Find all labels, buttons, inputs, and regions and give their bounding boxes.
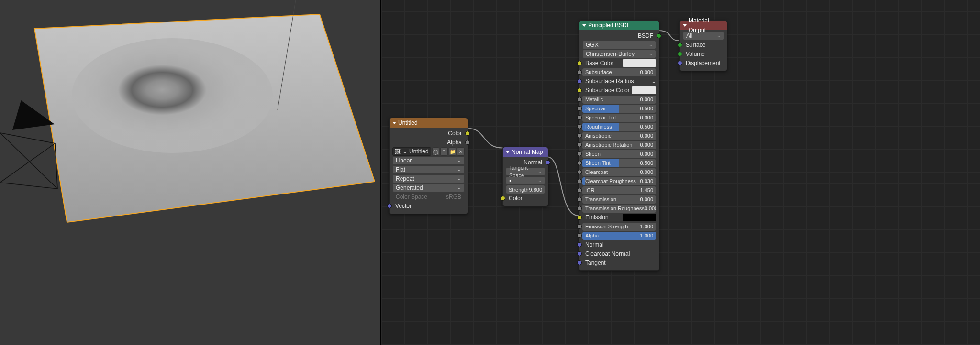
socket-volume[interactable]	[678, 52, 682, 56]
viewport-scene	[0, 0, 380, 345]
slider-alpha[interactable]: Alpha1.000	[582, 232, 656, 240]
open-image-button[interactable]: 📁	[449, 147, 457, 156]
slider-sheentint[interactable]: Sheen Tint0.500	[582, 159, 656, 167]
socket-emissionstr[interactable]	[577, 224, 582, 229]
target-dd[interactable]: All⌄	[683, 32, 724, 40]
chevron-down-icon: ⌄	[717, 32, 721, 40]
socket-roughness[interactable]	[577, 124, 582, 129]
socket-clearcoat[interactable]	[577, 170, 582, 174]
slider-sheen[interactable]: Sheen0.000	[582, 150, 656, 158]
chevron-down-icon: ⌄	[457, 184, 461, 192]
node-principled-bsdf[interactable]: Principled BSDF BSDF GGX⌄ Christensen-Bu…	[579, 20, 659, 271]
viewport-3d[interactable]	[0, 0, 380, 345]
chevron-down-icon: ⌄	[402, 148, 407, 155]
socket-metallic[interactable]	[577, 97, 582, 102]
chevron-down-icon: ⌄	[649, 41, 653, 49]
node-title: Normal Map	[512, 147, 543, 157]
slider-emissionstr[interactable]: Emission Strength1.000	[582, 223, 656, 231]
interp-dd[interactable]: Linear⌄	[392, 156, 465, 165]
socket-tangent[interactable]	[577, 260, 582, 265]
socket-displacement[interactable]	[678, 61, 682, 65]
collapse-icon[interactable]	[392, 122, 396, 124]
socket-surface[interactable]	[678, 43, 682, 47]
chevron-down-icon[interactable]: ⌄	[651, 78, 656, 85]
out-color-label: Color	[392, 130, 465, 137]
image-datablock-dd[interactable]: 🖼 ⌄ Untitled	[392, 147, 431, 156]
in-vector-label: Vector	[392, 203, 465, 209]
fake-user-button[interactable]: ◯	[432, 147, 440, 156]
node-title: Principled BSDF	[588, 21, 630, 30]
colorspace-dd: Color SpacesRGB	[392, 193, 465, 201]
socket-subsurface-color[interactable]	[577, 88, 582, 93]
node-header-output[interactable]: Material Output	[680, 21, 727, 30]
socket-anisotropic[interactable]	[577, 133, 582, 138]
socket-basecolor[interactable]	[577, 61, 582, 65]
chevron-down-icon: ⌄	[457, 166, 461, 173]
svg-line-4	[0, 133, 57, 189]
socket-sheen[interactable]	[577, 151, 582, 156]
socket-transmission[interactable]	[577, 197, 582, 202]
socket-clearcoatrough[interactable]	[577, 179, 582, 183]
socket-in-color[interactable]	[501, 196, 505, 201]
socket-clearcoatnormal[interactable]	[577, 251, 582, 256]
emission-swatch[interactable]	[623, 214, 656, 221]
socket-out-alpha[interactable]	[465, 140, 470, 145]
subsurface-color-swatch[interactable]	[632, 86, 656, 94]
socket-anisorot[interactable]	[577, 142, 582, 147]
socket-ior[interactable]	[577, 188, 582, 193]
collapse-icon[interactable]	[683, 24, 687, 27]
socket-subsurface-radius[interactable]	[577, 79, 582, 84]
chevron-down-icon: ⌄	[649, 50, 653, 58]
socket-out-normal[interactable]	[546, 160, 550, 165]
slider-transmission[interactable]: Transmission0.000	[582, 195, 656, 204]
svg-point-1	[72, 38, 273, 153]
chevron-down-icon: ⌄	[457, 175, 461, 183]
slider-transrough[interactable]: Transmission Roughness0.000	[582, 205, 656, 213]
socket-out-bsdf[interactable]	[657, 33, 661, 38]
node-header-normal-map[interactable]: Normal Map	[503, 147, 548, 157]
sss-dd[interactable]: Christensen-Burley⌄	[582, 50, 656, 58]
socket-emission[interactable]	[577, 215, 582, 220]
node-normal-map[interactable]: Normal Map Normal Tangent Space⌄ ▪⌄ Stre…	[502, 147, 548, 206]
socket-sheentint[interactable]	[577, 161, 582, 165]
socket-out-color[interactable]	[465, 131, 470, 136]
socket-normal[interactable]	[577, 242, 582, 247]
slider-anisotropic[interactable]: Anisotropic0.000	[582, 132, 656, 140]
collapse-icon[interactable]	[506, 151, 510, 153]
slider-specular-tint[interactable]: Specular Tint0.000	[582, 114, 656, 122]
collapse-icon[interactable]	[582, 24, 586, 27]
new-image-button[interactable]: 🗋	[440, 147, 448, 156]
node-header-image-texture[interactable]: Untitled	[390, 118, 468, 128]
slider-roughness[interactable]: Roughness0.500	[582, 123, 656, 131]
slider-subsurface[interactable]: Subsurface0.000	[582, 68, 656, 76]
in-color-label: Color	[506, 195, 545, 202]
image-icon: 🖼	[395, 148, 401, 155]
distribution-dd[interactable]: GGX⌄	[582, 41, 656, 49]
slider-clearcoat[interactable]: Clearcoat0.000	[582, 168, 656, 176]
socket-in-vector[interactable]	[387, 204, 392, 208]
node-editor[interactable]: Untitled Color Alpha 🖼 ⌄ Untitled ◯ 🗋 📁 …	[380, 0, 980, 345]
extension-dd[interactable]: Repeat⌄	[392, 174, 465, 183]
slider-specular[interactable]: Specular0.500	[582, 105, 656, 113]
node-header-bsdf[interactable]: Principled BSDF	[579, 21, 659, 30]
projection-dd[interactable]: Flat⌄	[392, 165, 465, 174]
basecolor-swatch[interactable]	[623, 59, 656, 67]
socket-specular-tint[interactable]	[577, 115, 582, 120]
coords-dd[interactable]: Generated⌄	[392, 183, 465, 192]
svg-line-5	[0, 143, 55, 183]
strength-slider[interactable]: Strength 9.800	[506, 185, 545, 194]
slider-metallic[interactable]: Metallic0.000	[582, 96, 656, 104]
socket-subsurface[interactable]	[577, 70, 582, 75]
slider-ior[interactable]: IOR1.450	[582, 186, 656, 194]
socket-specular[interactable]	[577, 106, 582, 111]
node-image-texture[interactable]: Untitled Color Alpha 🖼 ⌄ Untitled ◯ 🗋 📁 …	[389, 118, 468, 214]
space-dd[interactable]: Tangent Space⌄	[506, 167, 545, 176]
out-bsdf-label: BSDF	[582, 32, 656, 39]
node-material-output[interactable]: Material Output All⌄ Surface Volume Disp…	[679, 20, 727, 71]
slider-clearcoatrough[interactable]: Clearcoat Roughness0.030	[582, 177, 656, 185]
unlink-image-button[interactable]: ✕	[457, 147, 465, 156]
slider-anisorot[interactable]: Anisotropic Rotation0.000	[582, 141, 656, 149]
out-normal-label: Normal	[506, 159, 545, 166]
socket-transrough[interactable]	[577, 206, 582, 211]
socket-alpha[interactable]	[577, 233, 582, 238]
